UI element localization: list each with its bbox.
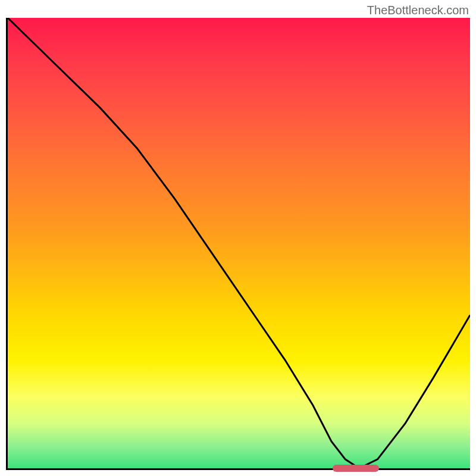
curve-svg	[8, 18, 470, 468]
bottleneck-curve	[8, 18, 470, 468]
optimal-range-marker	[333, 465, 379, 472]
watermark-text: TheBottleneck.com	[367, 4, 469, 17]
chart-area	[6, 18, 470, 470]
